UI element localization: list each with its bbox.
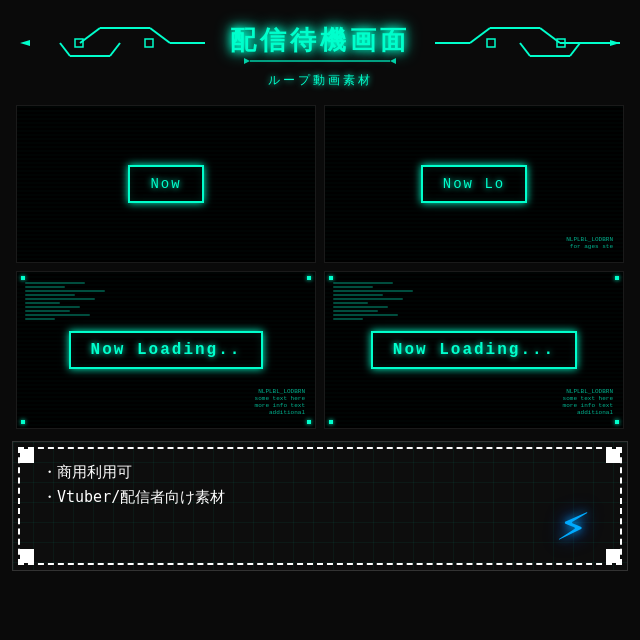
svg-line-6 (110, 43, 120, 56)
bottom-section: ・商用利用可 ・Vtuber/配信者向け素材 ⚡ (12, 441, 628, 571)
corner-dot-tl-3 (21, 276, 25, 280)
corner-dot-bl-3 (21, 420, 25, 424)
svg-marker-18 (20, 40, 30, 46)
svg-line-4 (60, 43, 70, 56)
loading-text-4: Now Loading... (393, 341, 555, 359)
info-line-3-1: NLPLBL_LODBRN (255, 388, 305, 395)
loading-text-1: Now (150, 176, 181, 192)
preview-grid: Now Now Lo NLPLBL_LODBRN for ages ste (0, 97, 640, 437)
header-subtitle: ループ動画素材 (10, 72, 630, 89)
corner-dot-tl-4 (329, 276, 333, 280)
svg-rect-17 (487, 39, 495, 47)
corner-sq-br (606, 549, 620, 563)
info-line-2-2: for ages ste (566, 243, 613, 250)
preview-panel-3: Now Loading.. NLPLBL_LODBRN some text he… (16, 271, 316, 429)
svg-marker-19 (610, 40, 620, 46)
corner-dot-tr-3 (307, 276, 311, 280)
loading-box-1: Now (128, 165, 203, 203)
bottom-content: ・商用利用可 ・Vtuber/配信者向け素材 (42, 463, 225, 513)
preview-panel-2: Now Lo NLPLBL_LODBRN for ages ste (324, 105, 624, 263)
info-line-4-3: more info text (563, 402, 613, 409)
circuit-decoration: 配信待機画面 (10, 18, 630, 68)
corner-sq-tr (606, 449, 620, 463)
info-line-4-4: additional (563, 409, 613, 416)
loading-box-2: Now Lo (421, 165, 527, 203)
svg-marker-24 (390, 58, 396, 64)
info-line-3-3: more info text (255, 402, 305, 409)
header: 配信待機画面 ループ動画素材 (0, 0, 640, 97)
corner-dot-bl-4 (329, 420, 333, 424)
corner-dot-br-4 (615, 420, 619, 424)
corner-dot-br-3 (307, 420, 311, 424)
loading-box-4: Now Loading... (371, 331, 577, 369)
info-line-3-4: additional (255, 409, 305, 416)
corner-dot-tr-4 (615, 276, 619, 280)
svg-line-15 (520, 43, 530, 56)
bottom-item-2: ・Vtuber/配信者向け素材 (42, 488, 225, 507)
panel-info-2: NLPLBL_LODBRN for ages ste (566, 236, 613, 250)
corner-sq-bl (20, 549, 34, 563)
panel-info-3: NLPLBL_LODBRN some text here more info t… (255, 388, 305, 416)
panel-info-4: NLPLBL_LODBRN some text here more info t… (563, 388, 613, 416)
info-line-4-2: some text here (563, 395, 613, 402)
loading-text-3: Now Loading.. (91, 341, 242, 359)
svg-line-13 (570, 43, 580, 56)
bottom-item-1: ・商用利用可 (42, 463, 225, 482)
info-line-2-1: NLPLBL_LODBRN (566, 236, 613, 243)
preview-panel-1: Now (16, 105, 316, 263)
loading-box-3: Now Loading.. (69, 331, 264, 369)
page-title: 配信待機画面 (210, 25, 430, 55)
svg-marker-23 (244, 58, 250, 64)
info-line-3-2: some text here (255, 395, 305, 402)
svg-rect-8 (145, 39, 153, 47)
loading-text-2: Now Lo (443, 176, 505, 192)
corner-sq-tl (20, 449, 34, 463)
info-line-4-1: NLPLBL_LODBRN (563, 388, 613, 395)
preview-panel-4: Now Loading... NLPLBL_LODBRN some text h… (324, 271, 624, 429)
